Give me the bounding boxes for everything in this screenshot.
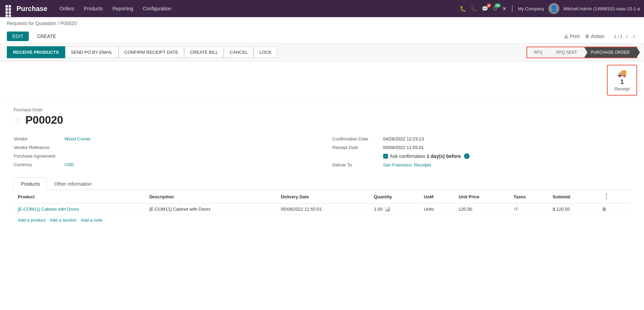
col-quantity: Quantity bbox=[370, 190, 420, 203]
row-delete-icon[interactable]: 🗑 bbox=[602, 206, 607, 212]
table-body: [E-COM11] Cabinet with Doors [E-COM11] C… bbox=[14, 203, 630, 215]
ask-confirmation-checkbox: ✓ Ask confirmation 1 day(s) before i bbox=[383, 153, 470, 159]
vendor-value[interactable]: Wood Corner bbox=[64, 136, 91, 141]
breadcrumb-separator: / bbox=[58, 21, 59, 26]
purchase-agreement-field: Purchase Agreement bbox=[14, 152, 312, 160]
row-product[interactable]: [E-COM11] Cabinet with Doors bbox=[14, 203, 145, 215]
confirmation-date-value: 04/29/2022 12:23:13 bbox=[383, 136, 424, 141]
pipeline-purchase-order[interactable]: PURCHASE ORDER bbox=[584, 47, 636, 58]
toolbar: EDIT CREATE 🖨 Print ⚙ Action 1 / 1 ‹ › bbox=[0, 29, 644, 44]
checkbox-icon[interactable]: ✓ bbox=[383, 154, 388, 159]
confirm-receipt-date-button[interactable]: CONFIRM RECEIPT DATE bbox=[119, 47, 184, 58]
currency-label: Currency bbox=[14, 162, 62, 167]
create-bill-button[interactable]: CREATE BILL bbox=[184, 47, 224, 58]
lock-button[interactable]: LOCK bbox=[254, 47, 277, 58]
add-note-button[interactable]: Add a note bbox=[81, 218, 102, 223]
pipeline-rfq-sent-label: RFQ SENT bbox=[556, 50, 577, 55]
messages-icon[interactable]: 💬 8 bbox=[482, 5, 488, 12]
pagination: 1 / 1 ‹ › bbox=[614, 33, 637, 40]
col-options: ⋮ bbox=[598, 190, 630, 203]
add-section-button[interactable]: Add a section bbox=[50, 218, 77, 223]
company-name[interactable]: My Company bbox=[518, 6, 544, 11]
user-name: Mitchell Admin (14999152-saas-15-1-a bbox=[563, 6, 640, 11]
clock-icon[interactable]: ⏱ 30 bbox=[493, 5, 498, 12]
print-button[interactable]: 🖨 Print bbox=[563, 34, 580, 39]
tab-other-information[interactable]: Other Information bbox=[47, 177, 99, 190]
form-type-label: Purchase Order bbox=[14, 108, 630, 112]
pipeline-rfq[interactable]: RFQ bbox=[527, 47, 549, 58]
action-label: Action bbox=[591, 34, 604, 39]
app-menu-icon[interactable] bbox=[4, 4, 14, 13]
col-unit-price: Unit Price bbox=[454, 190, 510, 203]
action-button[interactable]: ⚙ Action bbox=[585, 34, 604, 39]
forecast-icon[interactable]: 📊 bbox=[385, 206, 390, 212]
col-taxes: Taxes bbox=[510, 190, 549, 203]
taxes-reset-icon[interactable]: ↺ bbox=[514, 206, 518, 212]
col-delivery-date: Delivery Date bbox=[277, 190, 370, 203]
purchase-agreement-label: Purchase Agreement bbox=[14, 153, 62, 159]
pipeline-rfq-sent[interactable]: RFQ SENT bbox=[549, 47, 584, 58]
vendor-field: Vendor Wood Corner bbox=[14, 135, 312, 143]
nav-links: Orders Products Reporting Configuration bbox=[56, 4, 457, 13]
favorite-star-icon[interactable]: ☆ bbox=[14, 115, 21, 125]
confirmation-date-label: Confirmation Date bbox=[332, 136, 380, 141]
nav-orders[interactable]: Orders bbox=[56, 4, 78, 13]
nav-icons: 🐛 📞 💬 8 ⏱ 30 ✕ My Company 👤 Mitchell Adm… bbox=[460, 3, 640, 14]
receive-products-button[interactable]: RECEIVE PRODUCTS bbox=[7, 46, 65, 58]
ask-confirmation-text: Ask confirmation 1 day(s) before bbox=[390, 153, 461, 159]
messages-badge: 8 bbox=[487, 3, 491, 8]
top-navigation: Purchase Orders Products Reporting Confi… bbox=[0, 0, 644, 17]
table-header: Product Description Delivery Date Quanti… bbox=[14, 190, 630, 203]
row-uom: Units bbox=[420, 203, 454, 215]
tabs: Products Other Information bbox=[14, 177, 630, 190]
print-label: Print bbox=[570, 34, 580, 39]
edit-button[interactable]: EDIT bbox=[7, 32, 29, 41]
row-description: [E-COM11] Cabinet with Doors bbox=[145, 203, 277, 215]
quantity-area: 1.00 📊 bbox=[374, 206, 415, 212]
pagination-prev[interactable]: ‹ bbox=[624, 33, 630, 40]
col-description: Description bbox=[145, 190, 277, 203]
deliver-to-value[interactable]: San Francisco: Receipts bbox=[383, 162, 432, 168]
products-table: Product Description Delivery Date Quanti… bbox=[14, 190, 630, 215]
row-subtotal: $ 120.50 bbox=[548, 203, 598, 215]
pipeline-rfq-label: RFQ bbox=[534, 50, 543, 55]
form-fields-right: Confirmation Date 04/29/2022 12:23:13 Re… bbox=[332, 135, 631, 169]
form-fields-left: Vendor Wood Corner Vendor Reference Purc… bbox=[14, 135, 312, 169]
nav-configuration[interactable]: Configuration bbox=[139, 4, 175, 13]
add-row-buttons: Add a product Add a section Add a note bbox=[14, 215, 630, 225]
send-po-by-email-button[interactable]: SEND PO BY EMAIL bbox=[65, 47, 119, 58]
create-button[interactable]: CREATE bbox=[32, 32, 62, 41]
action-bar: RECEIVE PRODUCTS SEND PO BY EMAIL CONFIR… bbox=[0, 44, 644, 61]
form-header: Purchase Order ☆ P00020 bbox=[14, 108, 630, 126]
pagination-info: 1 / 1 bbox=[614, 34, 622, 39]
pagination-next[interactable]: › bbox=[631, 33, 637, 40]
deliver-to-field: Deliver To San Francisco: Receipts bbox=[332, 161, 631, 169]
close-icon[interactable]: ✕ bbox=[502, 5, 507, 12]
cancel-button[interactable]: CANCEL bbox=[224, 47, 254, 58]
receipt-date-value: 05/09/2022 11:55:01 bbox=[383, 145, 424, 150]
vendor-reference-field: Vendor Reference bbox=[14, 143, 312, 152]
confirmation-date-field: Confirmation Date 04/29/2022 12:23:13 bbox=[332, 135, 631, 143]
brand-name[interactable]: Purchase bbox=[16, 5, 47, 13]
order-number: P00020 bbox=[25, 114, 63, 126]
page: Requests for Quotation / P00020 EDIT CRE… bbox=[0, 17, 644, 310]
breadcrumb-parent[interactable]: Requests for Quotation bbox=[7, 21, 56, 26]
info-icon[interactable]: i bbox=[464, 153, 470, 159]
receipt-date-field: Receipt Date 05/09/2022 11:55:01 bbox=[332, 143, 631, 152]
currency-field: Currency USD bbox=[14, 160, 312, 169]
bug-icon[interactable]: 🐛 bbox=[460, 5, 466, 12]
vendor-label: Vendor bbox=[14, 136, 62, 141]
form-title-row: ☆ P00020 bbox=[14, 114, 630, 126]
currency-value[interactable]: USD bbox=[64, 162, 74, 167]
tab-products[interactable]: Products bbox=[14, 177, 47, 190]
receipt-smart-button[interactable]: 🚚 1 Receipt bbox=[607, 65, 637, 96]
breadcrumb: Requests for Quotation / P00020 bbox=[0, 17, 644, 29]
pipeline-purchase-order-label: PURCHASE ORDER bbox=[591, 50, 630, 55]
phone-icon[interactable]: 📞 bbox=[471, 5, 477, 12]
add-product-button[interactable]: Add a product bbox=[18, 218, 46, 223]
nav-reporting[interactable]: Reporting bbox=[108, 4, 137, 13]
printer-icon: 🖨 bbox=[563, 34, 568, 39]
nav-products[interactable]: Products bbox=[80, 4, 107, 13]
column-options-icon[interactable]: ⋮ bbox=[602, 193, 611, 200]
avatar[interactable]: 👤 bbox=[548, 3, 559, 14]
